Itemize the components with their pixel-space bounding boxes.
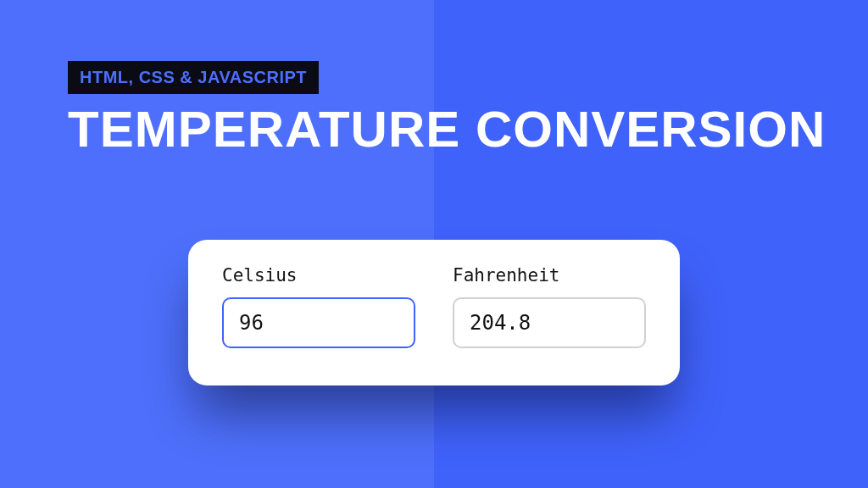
header: HTML, CSS & JAVASCRIPT TEMPERATURE CONVE… xyxy=(0,0,868,156)
tech-badge: HTML, CSS & JAVASCRIPT xyxy=(68,61,319,94)
fahrenheit-field: Fahrenheit xyxy=(453,265,646,348)
page-title: TEMPERATURE CONVERSION xyxy=(68,103,868,156)
fahrenheit-input[interactable] xyxy=(453,297,646,348)
celsius-input[interactable] xyxy=(222,297,415,348)
fahrenheit-label: Fahrenheit xyxy=(453,265,646,286)
celsius-label: Celsius xyxy=(222,265,415,286)
converter-card: Celsius Fahrenheit xyxy=(188,240,680,385)
celsius-field: Celsius xyxy=(222,265,415,348)
